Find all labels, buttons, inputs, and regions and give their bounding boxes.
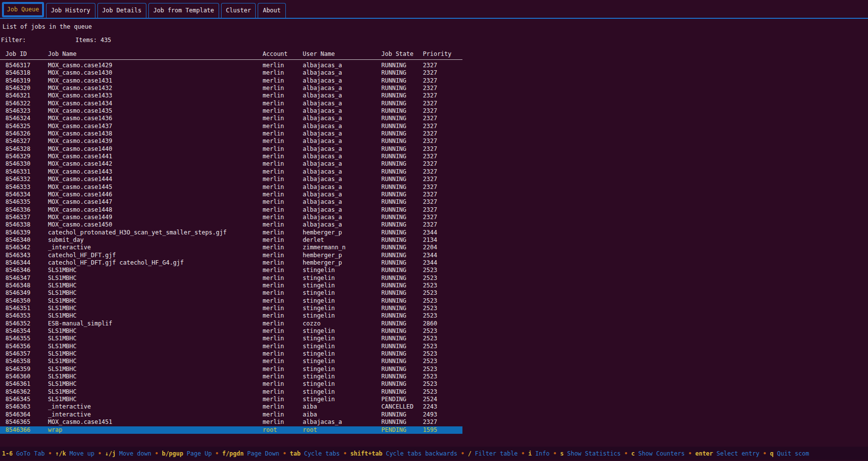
table-row[interactable]: 8546335MOX_casmo.case1447merlinalbajacas… [0,198,462,206]
cell-job-id: 8546334 [5,191,48,198]
table-row[interactable]: 8546350SLS1MBHCmerlinstingelinRUNNING252… [0,297,462,305]
shortcut-desc: Cycle tabs backwards [386,450,457,457]
cell-account: merlin [263,259,303,267]
table-row[interactable]: 8546331MOX_casmo.case1443merlinalbajacas… [0,168,462,176]
table-row[interactable]: 8546362SLS1MBHCmerlinstingelinRUNNING252… [0,388,462,396]
cell-job-state: RUNNING [381,206,423,214]
table-row[interactable]: 8546323MOX_casmo.case1435merlinalbajacas… [0,107,462,115]
table-row[interactable]: 8546347SLS1MBHCmerlinstingelinRUNNING252… [0,275,462,282]
table-row[interactable]: 8546364_interactivemerlinaibaRUNNING2493 [0,411,462,418]
cell-job-state: RUNNING [381,130,423,138]
cell-job-state: RUNNING [381,244,423,251]
table-row[interactable]: 8546328MOX_casmo.case1440merlinalbajacas… [0,145,462,153]
cell-job-id: 8546358 [5,358,48,365]
tab-job-history[interactable]: Job History [46,3,95,18]
table-row[interactable]: 8546321MOX_casmo.case1433merlinalbajacas… [0,92,462,99]
table-row[interactable]: 8546329MOX_casmo.case1441merlinalbajacas… [0,153,462,160]
tab-job-queue[interactable]: Job Queue [2,2,44,17]
cell-account: merlin [263,100,303,107]
table-row[interactable]: 8546343catechol_HF_DFT.gjfmerlinhemberge… [0,252,462,259]
filter-input[interactable] [26,37,76,44]
table-row[interactable]: 8546325MOX_casmo.case1437merlinalbajacas… [0,123,462,130]
tab-about[interactable]: About [258,3,285,18]
table-row[interactable]: 8546333MOX_casmo.case1445merlinalbajacas… [0,184,462,191]
table-row[interactable]: 8546348SLS1MBHCmerlinstingelinRUNNING252… [0,282,462,289]
table-row[interactable]: 8546318MOX_casmo.case1430merlinalbajacas… [0,69,462,77]
tab-job-from-template[interactable]: Job from Template [148,3,219,18]
table-row[interactable]: 8546363_interactivemerlinaibaCANCELLED22… [0,403,462,411]
table-row[interactable]: 8546361SLS1MBHCmerlinstingelinRUNNING252… [0,380,462,388]
table-row[interactable]: 8546342_interactivemerlinzimmermann_nRUN… [0,244,462,251]
cell-account: root [263,426,303,434]
cell-job-id: 8546333 [5,184,48,191]
table-row[interactable]: 8546358SLS1MBHCmerlinstingelinRUNNING252… [0,358,462,365]
tab-job-details[interactable]: Job Details [97,3,146,18]
table-row[interactable]: 8546359SLS1MBHCmerlinstingelinRUNNING252… [0,366,462,373]
cell-account: merlin [263,289,303,297]
cell-job-id: 8546359 [5,366,48,373]
cell-user-name: stingelin [303,312,381,320]
cell-user-name: albajacas_a [303,130,381,138]
cell-user-name: stingelin [303,388,381,396]
page-subtitle: List of jobs in the queue [2,23,868,30]
table-row[interactable]: 8546332MOX_casmo.case1444merlinalbajacas… [0,176,462,183]
cell-job-name: SLS1MBHC [48,388,263,396]
table-row[interactable]: 8546340submit_daymerlinderletRUNNING2134 [0,236,462,244]
table-row[interactable]: 8546351SLS1MBHCmerlinstingelinRUNNING252… [0,305,462,312]
table-row[interactable]: 8546327MOX_casmo.case1439merlinalbajacas… [0,138,462,145]
cell-job-state: RUNNING [381,259,423,267]
cell-user-name: albajacas_a [303,168,381,176]
cell-job-state: RUNNING [381,160,423,168]
table-row[interactable]: 8546355SLS1MBHCmerlinstingelinRUNNING252… [0,335,462,342]
cell-job-state: RUNNING [381,411,423,418]
table-row[interactable]: 8546352ESB-manual_simplifmerlincozzoRUNN… [0,320,462,327]
table-row[interactable]: 8546344catechol_HF_DFT.gjf catechol_HF_G… [0,259,462,267]
table-row[interactable]: 8546324MOX_casmo.case1436merlinalbajacas… [0,115,462,122]
shortcut-desc: GoTo Tab [16,450,45,457]
cell-job-id: 8546322 [5,100,48,107]
cell-user-name: albajacas_a [303,92,381,99]
table-row[interactable]: 8546317MOX_casmo.case1429merlinalbajacas… [0,62,462,69]
table-row[interactable]: 8546353SLS1MBHCmerlinstingelinRUNNING252… [0,312,462,320]
table-row[interactable]: 8546320MOX_casmo.case1432merlinalbajacas… [0,85,462,92]
table-row[interactable]: 8546354SLS1MBHCmerlinstingelinRUNNING252… [0,327,462,335]
table-row[interactable]: 8546339catechol_protonated_H3O_scan_yet_… [0,229,462,236]
table-row[interactable]: 8546365MOX_casmo.case1451merlinalbajacas… [0,418,462,426]
cell-account: merlin [263,418,303,426]
items-count: 435 [100,37,111,44]
table-row[interactable]: 8546360SLS1MBHCmerlinstingelinRUNNING252… [0,373,462,380]
cell-priority: 2327 [423,145,462,153]
cell-job-id: 8546344 [5,259,48,267]
cell-priority: 1595 [423,426,462,434]
table-row[interactable]: 8546349SLS1MBHCmerlinstingelinRUNNING252… [0,289,462,297]
table-row[interactable]: 8546357SLS1MBHCmerlinstingelinRUNNING252… [0,350,462,358]
table-row[interactable]: 8546346SLS1MBHCmerlinstingelinRUNNING252… [0,267,462,274]
table-row[interactable]: 8546330MOX_casmo.case1442merlinalbajacas… [0,160,462,168]
table-row[interactable]: 8546322MOX_casmo.case1434merlinalbajacas… [0,100,462,107]
separator-dot: • [48,450,51,457]
cell-priority: 2327 [423,77,462,85]
cell-job-state: CANCELLED [381,403,423,411]
cell-account: merlin [263,327,303,335]
cell-account: merlin [263,145,303,153]
cell-job-id: 8546356 [5,343,48,350]
table-row[interactable]: 8546345SLS1MBHCmerlinstingelinPENDING252… [0,396,462,403]
table-row[interactable]: 8546334MOX_casmo.case1446merlinalbajacas… [0,191,462,198]
cell-priority: 2204 [423,244,462,251]
cell-account: merlin [263,206,303,214]
table-row[interactable]: 8546326MOX_casmo.case1438merlinalbajacas… [0,130,462,138]
cell-user-name: albajacas_a [303,160,381,168]
cell-user-name: stingelin [303,289,381,297]
tab-cluster[interactable]: Cluster [221,3,256,18]
table-row[interactable]: 8546356SLS1MBHCmerlinstingelinRUNNING252… [0,343,462,350]
table-row[interactable]: 8546366wraprootrootPENDING1595 [0,426,462,434]
table-row[interactable]: 8546337MOX_casmo.case1449merlinalbajacas… [0,214,462,221]
table-row[interactable]: 8546338MOX_casmo.case1450merlinalbajacas… [0,221,462,229]
table-row[interactable]: 8546336MOX_casmo.case1448merlinalbajacas… [0,206,462,214]
table-row[interactable]: 8546319MOX_casmo.case1431merlinalbajacas… [0,77,462,85]
cell-account: merlin [263,236,303,244]
cell-job-state: RUNNING [381,92,423,99]
cell-job-id: 8546362 [5,388,48,396]
cell-job-state: RUNNING [381,366,423,373]
cell-job-name: SLS1MBHC [48,366,263,373]
